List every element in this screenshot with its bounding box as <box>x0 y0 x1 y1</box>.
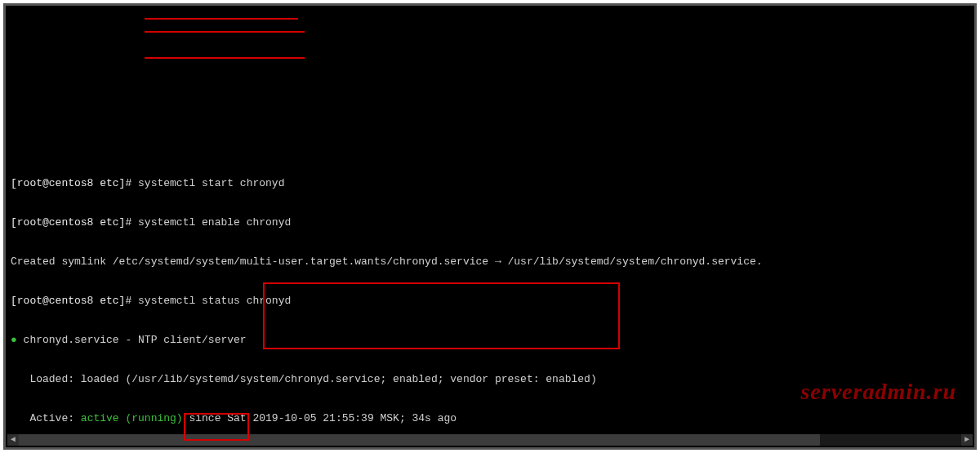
scrollbar-track[interactable] <box>19 434 961 446</box>
highlight-box-logs <box>263 282 620 349</box>
watermark-text: serveradmin.ru <box>800 385 956 398</box>
active-dot-icon: ● <box>11 334 17 346</box>
prompt: [root@centos8 etc]# <box>11 295 138 307</box>
service-name: chronyd.service - NTP client/server <box>17 334 247 346</box>
underline-annotation-1 <box>145 18 298 20</box>
scrollbar-right-button[interactable]: ► <box>961 434 973 446</box>
cmd-start-chronyd: systemctl start chronyd <box>138 177 284 189</box>
prompt: [root@centos8 etc]# <box>11 177 138 189</box>
underline-annotation-2 <box>145 31 305 33</box>
scrollbar-left-button[interactable]: ◄ <box>7 434 19 446</box>
terminal-window[interactable]: [root@centos8 etc]# systemctl start chro… <box>3 3 977 450</box>
active-label: Active: <box>11 412 81 424</box>
active-status: active (running) <box>81 412 183 424</box>
prompt: [root@centos8 etc]# <box>11 216 138 229</box>
symlink-output: Created symlink /etc/systemd/system/mult… <box>11 255 763 268</box>
scrollbar-thumb[interactable] <box>19 434 820 446</box>
highlight-box-ntp <box>184 413 249 441</box>
underline-annotation-3 <box>145 57 305 59</box>
cmd-enable-chronyd: systemctl enable chronyd <box>138 216 291 229</box>
